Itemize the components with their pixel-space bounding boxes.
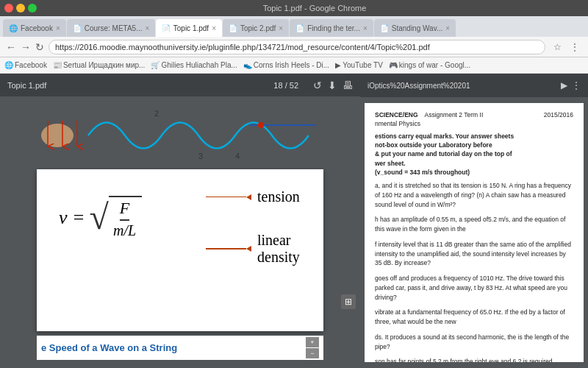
scroll-down-button[interactable]: − [306,348,319,358]
formula-labels: tension linear density [206,188,309,266]
formula-lhs: v = [59,207,85,229]
tab-close-icon[interactable]: × [146,24,150,32]
bookmark-icon[interactable]: ☆ [550,40,564,54]
tab-facebook[interactable]: 🌐 Facebook × [3,19,66,37]
bookmark-label: kings of war - Googl... [399,61,470,69]
pdf-page-content[interactable]: 2 3 4 v [0,97,360,368]
close-button[interactable] [4,4,13,13]
pdf-section-1: a, and it is stretched so that its tensi… [375,181,573,209]
bookmark-label: Sertual Ирщадкин мир... [63,61,145,69]
bookmarks-bar: 🌐 Facebook 📰 Sertual Ирщадкин мир... 🛒 G… [0,57,588,74]
pdf-toolbar-right: iOptics%20Assignment%202016.pdf ▶ ⋮ [360,74,588,97]
tab-close-icon[interactable]: × [212,24,216,32]
bookmark-favicon: 📰 [53,61,62,69]
maximize-button[interactable] [28,4,37,13]
tab-close-icon[interactable]: × [445,24,450,32]
pdf-toolbar-icons: ↺ ⬇ 🖶 [313,79,353,91]
tab-label: Topic 1.pdf [173,24,209,32]
scroll-up-button[interactable]: + [306,337,319,347]
tension-arrowhead [246,194,251,200]
pdf-refresh-icon[interactable]: ↺ [313,79,322,91]
pdf-sidebar-controls: ⊞ [341,294,356,309]
window-title: Topic 1.pdf - Google Chrome [46,4,584,13]
pdf-right-youtube-icon[interactable]: ▶ [561,80,567,91]
bookmark-facebook[interactable]: 🌐 Facebook [4,61,47,69]
tab-favicon: 📄 [229,24,237,32]
svg-text:4: 4 [235,152,240,160]
tab-label: Facebook [21,24,53,32]
pdf-section-3: f intensity level that is 11 dB greater … [375,240,573,268]
numerator: F [120,199,129,221]
pdf-page-white: v = √ F m/L [37,169,323,331]
pdf-right-menu-icon[interactable]: ⋮ [572,80,581,91]
settings-icon[interactable]: ⋮ [567,40,582,54]
title-bar: Topic 1.pdf - Google Chrome [0,0,588,16]
speed-text: e Speed of a Wave on a String [41,342,177,353]
pdf-section-5: vibrate at a fundamental frequency of 65… [375,308,573,327]
tension-label-row: tension [206,188,309,205]
bookmark-label: Facebook [15,61,47,69]
bookmark-label: YouTube TV [343,61,383,69]
tab-bar: 🌐 Facebook × 📄 Course: META5... × 📄 Topi… [0,16,588,37]
forward-button[interactable]: → [21,41,31,53]
tab-label: Course: META5... [85,24,143,32]
pdf-section-7: son has far points of 5.2 m from the rig… [375,357,573,362]
address-input[interactable] [49,40,545,54]
tab-favicon: 🌐 [9,24,18,32]
pdf-expand-area: e Speed of a Wave on a String + − [37,336,323,360]
pdf-viewer-left: Topic 1.pdf 18 / 52 ↺ ⬇ 🖶 [0,74,360,368]
expand-icon[interactable]: ⊞ [341,294,356,309]
tab-standing[interactable]: 📄 Standing Wav... × [374,19,456,37]
pdf-section-6: ds. It produces a sound at its second ha… [375,333,573,352]
tab-label: Topic 2.pdf [240,24,276,32]
bookmark-youtube[interactable]: ▶ YouTube TV [335,61,383,69]
tab-topic1[interactable]: 📄 Topic 1.pdf × [156,19,222,37]
address-bar: ← → ↻ ☆ ⋮ [0,37,588,57]
tab-topic2[interactable]: 📄 Topic 2.pdf × [223,19,289,37]
svg-point-0 [41,124,74,147]
tab-close-icon[interactable]: × [56,24,60,32]
bookmark-irishtimes[interactable]: 📰 Sertual Ирщадкин мир... [53,61,145,69]
reload-button[interactable]: ↻ [35,41,44,53]
pdf-footer-row: e Speed of a Wave on a String + − [37,336,323,360]
instr-line1: estions carry equal marks. Your answer s… [375,132,573,141]
formula-display: v = √ F m/L [59,196,142,239]
svg-text:3: 3 [198,152,203,160]
density-arrow [206,246,251,252]
wave-svg: 2 3 4 [37,106,323,165]
bookmark-corns[interactable]: 👟 Corns Irish Heels - Di... [243,61,329,69]
tab-favicon: 📄 [380,24,389,32]
instr-line4: wer sheet. [375,159,573,168]
browser-frame: Topic 1.pdf - Google Chrome 🌐 Facebook ×… [0,0,588,368]
bookmark-favicon: 👟 [243,61,252,69]
bookmark-favicon: 🌐 [4,61,13,69]
tab-close-icon[interactable]: × [279,24,283,32]
density-arrow-line [206,248,246,250]
pdf-right-content[interactable]: SCIENCE/ENG Assignment 2 Term II nmental… [365,103,584,362]
tab-favicon: 📄 [162,24,171,32]
bookmark-ghilies[interactable]: 🛒 Ghilies Huliachah Pla... [151,61,237,69]
density-arrowhead [246,246,251,252]
bookmark-favicon: 🛒 [151,61,159,69]
instr-line2: not-box outside your Laboratory before [375,141,573,149]
back-button[interactable]: ← [6,41,16,53]
tab-close-icon[interactable]: × [363,24,368,32]
instr-line3: & put your name and tutorial day on the … [375,149,573,158]
pdf-bottom-bar: e Speed of a Wave on a String + − [37,334,323,361]
wave-diagram: 2 3 4 [37,106,323,165]
tension-arrow [206,194,251,200]
bookmark-label: Corns Irish Heels - Di... [254,61,329,69]
pdf-print-icon[interactable]: 🖶 [343,79,353,91]
pdf-nav-btns: + − [306,337,319,358]
density-label: linear density [257,232,309,266]
bookmark-kings[interactable]: 🎮 kings of war - Googl... [389,61,470,69]
tab-finding[interactable]: 📄 Finding the ter... × [290,19,373,37]
pdf-right-toolbar-icons: ▶ ⋮ [561,80,581,91]
tab-course[interactable]: 📄 Course: META5... × [67,19,155,37]
bookmark-label: Ghilies Huliachah Pla... [161,61,237,69]
pdf-right-header-left: SCIENCE/ENG Assignment 2 Term II nmental… [375,110,483,129]
assignment-label: Assignment 2 Term II [425,111,484,118]
pdf-download-icon[interactable]: ⬇ [328,79,337,91]
density-label-row: linear density [206,232,309,266]
minimize-button[interactable] [16,4,25,13]
